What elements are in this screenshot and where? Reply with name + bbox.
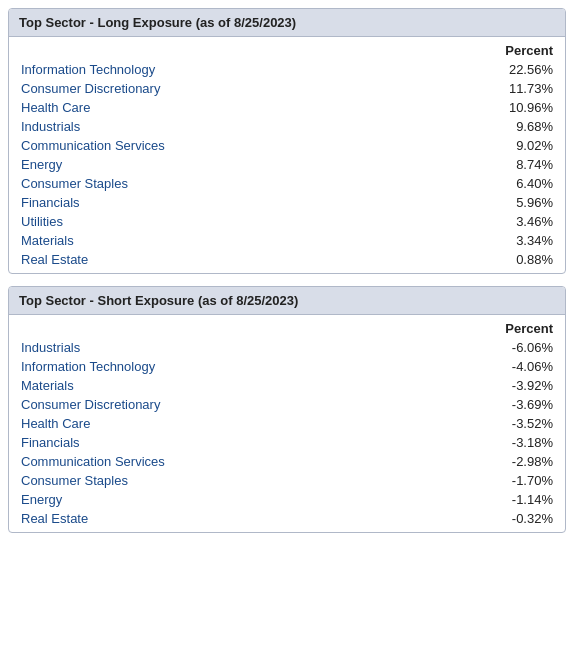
table-row: Real Estate -0.32%	[9, 509, 565, 528]
short-exposure-table: Percent Industrials -6.06% Information T…	[9, 319, 565, 528]
sector-name: Health Care	[9, 414, 405, 433]
table-row: Energy -1.14%	[9, 490, 565, 509]
sector-name: Materials	[9, 376, 405, 395]
long-exposure-table: Percent Information Technology 22.56% Co…	[9, 41, 565, 269]
sector-name: Industrials	[9, 117, 404, 136]
sector-name: Communication Services	[9, 452, 405, 471]
table-row: Consumer Discretionary 11.73%	[9, 79, 565, 98]
sector-name: Consumer Discretionary	[9, 79, 404, 98]
sector-percent: 22.56%	[404, 60, 565, 79]
short-exposure-header: Top Sector - Short Exposure (as of 8/25/…	[9, 287, 565, 315]
sector-percent: 5.96%	[404, 193, 565, 212]
table-row: Industrials 9.68%	[9, 117, 565, 136]
sector-name: Energy	[9, 490, 405, 509]
sector-percent: -6.06%	[405, 338, 565, 357]
sector-name: Communication Services	[9, 136, 404, 155]
long-percent-col-header: Percent	[404, 41, 565, 60]
sector-name: Consumer Discretionary	[9, 395, 405, 414]
sector-percent: 3.46%	[404, 212, 565, 231]
sector-percent: 6.40%	[404, 174, 565, 193]
table-row: Real Estate 0.88%	[9, 250, 565, 269]
sector-percent: 10.96%	[404, 98, 565, 117]
short-sector-col-header	[9, 319, 405, 338]
table-row: Consumer Staples -1.70%	[9, 471, 565, 490]
sector-name: Industrials	[9, 338, 405, 357]
sector-name: Energy	[9, 155, 404, 174]
table-row: Information Technology -4.06%	[9, 357, 565, 376]
table-row: Consumer Staples 6.40%	[9, 174, 565, 193]
short-exposure-table-container: Percent Industrials -6.06% Information T…	[9, 315, 565, 532]
table-row: Industrials -6.06%	[9, 338, 565, 357]
sector-percent: 9.68%	[404, 117, 565, 136]
table-row: Consumer Discretionary -3.69%	[9, 395, 565, 414]
table-row: Communication Services -2.98%	[9, 452, 565, 471]
sector-name: Financials	[9, 193, 404, 212]
sector-percent: 11.73%	[404, 79, 565, 98]
table-row: Materials -3.92%	[9, 376, 565, 395]
long-exposure-section: Top Sector - Long Exposure (as of 8/25/2…	[8, 8, 566, 274]
sector-percent: -4.06%	[405, 357, 565, 376]
sector-percent: -3.52%	[405, 414, 565, 433]
table-row: Materials 3.34%	[9, 231, 565, 250]
short-percent-col-header: Percent	[405, 319, 565, 338]
sector-percent: 3.34%	[404, 231, 565, 250]
sector-percent: -2.98%	[405, 452, 565, 471]
long-exposure-table-container: Percent Information Technology 22.56% Co…	[9, 37, 565, 273]
sector-name: Real Estate	[9, 509, 405, 528]
table-row: Utilities 3.46%	[9, 212, 565, 231]
table-row: Financials -3.18%	[9, 433, 565, 452]
sector-name: Consumer Staples	[9, 471, 405, 490]
sector-percent: -3.69%	[405, 395, 565, 414]
sector-name: Materials	[9, 231, 404, 250]
sector-percent: 0.88%	[404, 250, 565, 269]
sector-percent: 9.02%	[404, 136, 565, 155]
long-sector-col-header	[9, 41, 404, 60]
table-row: Energy 8.74%	[9, 155, 565, 174]
sector-name: Health Care	[9, 98, 404, 117]
table-row: Health Care -3.52%	[9, 414, 565, 433]
sector-percent: -1.70%	[405, 471, 565, 490]
sector-name: Real Estate	[9, 250, 404, 269]
sector-name: Consumer Staples	[9, 174, 404, 193]
short-exposure-section: Top Sector - Short Exposure (as of 8/25/…	[8, 286, 566, 533]
sector-percent: -3.18%	[405, 433, 565, 452]
sector-name: Financials	[9, 433, 405, 452]
sector-percent: -3.92%	[405, 376, 565, 395]
sector-name: Utilities	[9, 212, 404, 231]
sector-name: Information Technology	[9, 60, 404, 79]
long-exposure-header: Top Sector - Long Exposure (as of 8/25/2…	[9, 9, 565, 37]
table-row: Health Care 10.96%	[9, 98, 565, 117]
sector-name: Information Technology	[9, 357, 405, 376]
table-row: Communication Services 9.02%	[9, 136, 565, 155]
sector-percent: 8.74%	[404, 155, 565, 174]
table-row: Information Technology 22.56%	[9, 60, 565, 79]
sector-percent: -0.32%	[405, 509, 565, 528]
table-row: Financials 5.96%	[9, 193, 565, 212]
sector-percent: -1.14%	[405, 490, 565, 509]
